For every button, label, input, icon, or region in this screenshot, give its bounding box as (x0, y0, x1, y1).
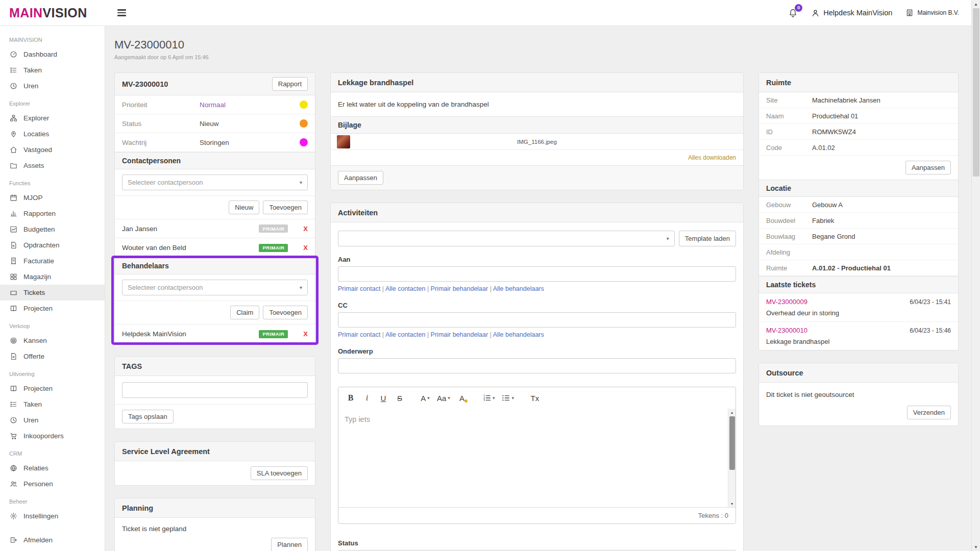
home-icon (9, 146, 17, 154)
contact-select[interactable]: Selecteer contactpersoon ▾ (122, 174, 308, 190)
strikethrough-icon[interactable]: S (393, 391, 407, 405)
tags-input[interactable] (122, 382, 308, 398)
remove-button[interactable]: X (303, 225, 308, 233)
sidebar-item-inkooporders[interactable]: Inkooporders (0, 428, 105, 444)
info-value: Fabriek (812, 217, 834, 224)
chevron-down-icon: ▾ (300, 285, 302, 290)
plan-button[interactable]: Plannen (271, 538, 308, 551)
sidebar-item-taken[interactable]: Taken (0, 396, 105, 412)
recipient-link-alle-behandelaars[interactable]: Alle behandelaars (493, 331, 544, 338)
handler-select[interactable]: Selecteer contactpersoon ▾ (122, 280, 308, 295)
sidebar-item-projecten[interactable]: Projecten (0, 300, 105, 316)
sidebar-item-assets[interactable]: Assets (0, 158, 105, 173)
ordered-list-icon[interactable]: 123▾ (480, 391, 498, 405)
sidebar-item-magazijn[interactable]: Magazijn (0, 269, 105, 285)
page-title: MV-23000010 (114, 38, 971, 52)
sidebar-item-label: Dashboard (23, 51, 57, 58)
bold-icon[interactable]: B (344, 391, 358, 405)
info-row: BouwlaagBegane Grond (759, 229, 958, 244)
sidebar-item-uren[interactable]: Uren (0, 78, 105, 94)
page-scrollbar[interactable]: ▲ ▼ (971, 0, 980, 551)
user-menu[interactable]: Helpdesk MainVision (811, 9, 892, 17)
sidebar-item-offerte[interactable]: Offerte (0, 348, 105, 364)
recipient-link-primair-contact[interactable]: Primair contact (338, 285, 380, 292)
edit-room-button[interactable]: Aanpassen (905, 161, 951, 174)
download-all-link[interactable]: Alles downloaden (688, 154, 736, 161)
sidebar-item-projecten[interactable]: Projecten (0, 381, 105, 396)
sidebar-item-relaties[interactable]: Relaties (0, 460, 105, 476)
scrollbar-thumb[interactable] (973, 8, 979, 177)
company-menu[interactable]: Mainvision B.V. (905, 9, 959, 17)
text-color-icon[interactable]: A (455, 391, 469, 405)
primair-badge: PRIMAIR (259, 244, 288, 252)
recipient-link-alle-contacten[interactable]: Alle contacten (385, 285, 426, 292)
line-chart-icon (9, 226, 17, 234)
notification-badge: 0 (795, 4, 802, 12)
recipient-link-alle-behandelaars[interactable]: Alle behandelaars (493, 285, 544, 292)
sidebar-item-label: Tickets (23, 289, 45, 296)
sidebar-item-taken[interactable]: Taken (0, 62, 105, 78)
scroll-down-arrow[interactable]: ▼ (730, 500, 734, 507)
sidebar-item-personen[interactable]: Personen (0, 476, 105, 492)
add-contact-button[interactable]: Toevoegen (263, 201, 308, 214)
bullet-list-icon[interactable]: ▾ (499, 391, 517, 405)
sidebar-item-opdrachten[interactable]: Opdrachten (0, 237, 105, 253)
right-column: Ruimte SiteMachinefabriek JansenNaamProd… (758, 72, 959, 438)
template-select[interactable]: ▾ (338, 231, 675, 246)
font-family-icon[interactable]: A▾ (418, 391, 432, 405)
underline-icon[interactable]: U (376, 391, 390, 405)
font-size-icon[interactable]: Aa▾ (434, 391, 453, 405)
scrollbar-thumb[interactable] (729, 416, 735, 470)
main-content: MV-23000010 Aangemaakt door op 6 April o… (105, 26, 971, 551)
italic-icon[interactable]: i (360, 391, 374, 405)
sidebar-item-budgetten[interactable]: Budgetten (0, 221, 105, 237)
info-value: A.01.02 - Productiehal 01 (812, 264, 891, 272)
sidebar-item-kansen[interactable]: Kansen (0, 333, 105, 348)
recipient-link-primair-contact[interactable]: Primair contact (338, 331, 380, 338)
menu-toggle-button[interactable] (114, 6, 129, 19)
sidebar-item-instellingen[interactable]: Instellingen (0, 508, 105, 524)
notifications-button[interactable]: 0 (788, 8, 798, 18)
cc-input[interactable] (338, 312, 736, 328)
scroll-up-arrow[interactable]: ▲ (972, 0, 980, 8)
sidebar-item-vastgoed[interactable]: Vastgoed (0, 142, 105, 158)
new-contact-button[interactable]: Nieuw (229, 201, 259, 214)
ticket-link[interactable]: MV-23000010 (766, 327, 807, 334)
attachment-row: IMG_1166.jpeg (331, 134, 743, 150)
recipient-link-primair-behandelaar[interactable]: Primair behandelaar (431, 285, 488, 292)
load-template-button[interactable]: Template laden (679, 231, 736, 246)
sidebar-item-label: Projecten (23, 305, 53, 312)
scroll-up-arrow[interactable]: ▲ (730, 409, 734, 416)
sidebar-item-rapporten[interactable]: Rapporten (0, 206, 105, 221)
remove-button[interactable]: X (303, 330, 308, 338)
sidebar-item-tickets[interactable]: Tickets (0, 285, 105, 300)
sidebar-item-mjop[interactable]: MJOP (0, 190, 105, 206)
to-input[interactable] (338, 266, 736, 282)
sidebar-item-dashboard[interactable]: Dashboard (0, 46, 105, 62)
save-tags-button[interactable]: Tags opslaan (122, 410, 174, 423)
add-sla-button[interactable]: SLA toevoegen (251, 466, 308, 480)
attachment-filename[interactable]: IMG_1166.jpeg (517, 139, 557, 145)
ticket-link[interactable]: MV-23000009 (766, 298, 807, 306)
scroll-down-arrow[interactable]: ▼ (972, 543, 980, 551)
clear-format-icon[interactable]: Tx (528, 391, 542, 405)
sidebar-item-afmelden[interactable]: Afmelden (0, 532, 105, 548)
sidebar-item-explorer[interactable]: Explorer (0, 110, 105, 126)
recipient-link-alle-contacten[interactable]: Alle contacten (385, 331, 426, 338)
remove-button[interactable]: X (303, 244, 308, 252)
sidebar-item-locaties[interactable]: Locaties (0, 126, 105, 142)
add-handler-button[interactable]: Toevoegen (263, 306, 308, 319)
subject-input[interactable] (338, 358, 736, 373)
editor-content[interactable]: Typ iets ▲ ▼ (338, 409, 736, 507)
sidebar-item-uren[interactable]: Uren (0, 412, 105, 428)
recipient-link-primair-behandelaar[interactable]: Primair behandelaar (431, 331, 488, 338)
attachment-thumbnail[interactable] (337, 135, 350, 148)
ticket-date: 6/04/23 - 15:41 (910, 298, 951, 306)
claim-button[interactable]: Claim (230, 306, 259, 319)
edit-description-button[interactable]: Aanpassen (338, 171, 383, 185)
report-button[interactable]: Rapport (272, 77, 308, 91)
page-subtitle: Aangemaakt door op 6 April om 15:46 (114, 54, 971, 60)
send-outsource-button[interactable]: Verzenden (907, 406, 951, 419)
editor-scrollbar[interactable]: ▲ ▼ (728, 409, 736, 507)
sidebar-item-facturatie[interactable]: Facturatie (0, 253, 105, 269)
